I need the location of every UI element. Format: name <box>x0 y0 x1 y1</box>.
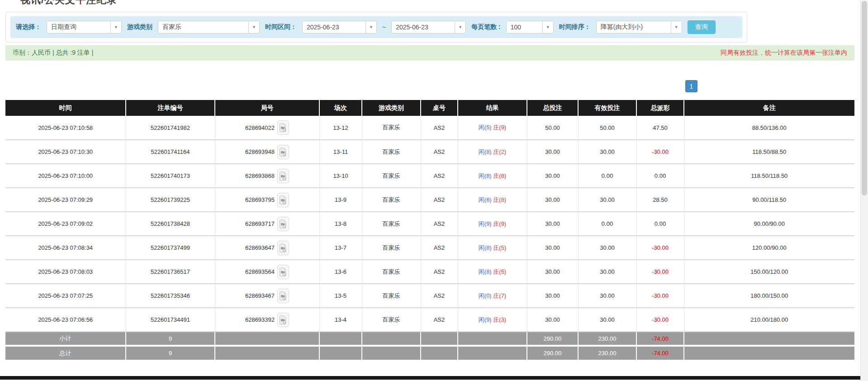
video-replay-icon[interactable] <box>277 217 289 231</box>
date-from-select[interactable]: 2025-06-23 ▼ <box>302 21 377 33</box>
cell-payout: 0.00 <box>636 164 684 188</box>
grand-total-label: 总计 <box>5 346 126 360</box>
cell-time: 2025-06-23 07:10:00 <box>5 164 126 188</box>
cell-note: 90.00/90.00 <box>684 212 854 236</box>
video-replay-icon[interactable] <box>277 120 289 135</box>
chevron-down-icon[interactable]: ▼ <box>542 21 553 33</box>
cell-total-bet-link[interactable]: 30.00 <box>527 164 578 188</box>
query-button[interactable]: 查询 <box>688 20 716 34</box>
cell-payout: -30.00 <box>636 284 684 308</box>
cell-total-bet-link[interactable]: 30.00 <box>527 308 578 332</box>
cell-session: 13-8 <box>319 212 362 236</box>
chevron-down-icon[interactable]: ▼ <box>365 21 376 33</box>
video-replay-icon[interactable] <box>277 241 289 255</box>
cell-bet-id: 522601739225 <box>126 188 215 212</box>
page-size-select[interactable]: 100 ▼ <box>506 21 554 33</box>
video-replay-icon[interactable] <box>277 193 289 207</box>
result-banker: 庄(5) <box>493 244 506 251</box>
game-type-select[interactable]: 百家乐 ▼ <box>158 21 260 33</box>
chevron-down-icon[interactable]: ▼ <box>455 21 465 33</box>
cell-valid-bet: 50.00 <box>578 116 636 140</box>
col-header-game: 游戏类别 <box>362 100 421 116</box>
cell-bet-id: 522601740173 <box>126 164 215 188</box>
cell-bet-id: 522601737499 <box>126 236 215 260</box>
video-replay-icon[interactable] <box>277 289 289 303</box>
cell-game-type: 百家乐 <box>362 236 421 260</box>
query-type-select[interactable]: 日期查询 ▼ <box>47 21 122 33</box>
bet-records-page: 视讯/公关文平注纪录 请选择： 日期查询 ▼ 游戏类别 百家乐 ▼ 时间区间： … <box>0 0 868 381</box>
cell-payout: -30.00 <box>636 236 684 260</box>
cell-round: 628694022 <box>215 116 319 140</box>
result-banker: 庄(9) <box>493 220 506 227</box>
cell-session: 13-4 <box>319 308 362 332</box>
query-type-label: 请选择： <box>16 23 41 31</box>
cell-result: 闲(8) 庄(2) <box>458 140 527 164</box>
col-header-payout: 总派彩 <box>636 100 684 116</box>
cell-total-bet-link[interactable]: 30.00 <box>527 260 578 284</box>
cell-total-bet-link[interactable]: 30.00 <box>527 284 578 308</box>
cell-bet-id: 522601741164 <box>126 140 215 164</box>
cell-bet-id: 522601736517 <box>126 260 215 284</box>
vertical-scrollbar-thumb[interactable] <box>862 1 867 195</box>
subtotal-row: 小计 9 290.00 230.00 -74.00 <box>5 332 854 346</box>
video-replay-icon[interactable] <box>277 145 289 159</box>
cell-table-number: AS2 <box>421 284 458 308</box>
cell-result: 闲(9) 庄(9) <box>458 212 527 236</box>
table-row: 2025-06-23 07:10:00 522601740173 6286938… <box>5 164 854 188</box>
cell-time: 2025-06-23 07:07:25 <box>5 284 126 308</box>
cell-total-bet-link[interactable]: 30.00 <box>527 236 578 260</box>
round-number: 628693647 <box>245 244 275 251</box>
round-number: 628693795 <box>245 196 275 203</box>
cell-result: 闲(8) 庄(8) <box>458 164 527 188</box>
cell-session: 13-10 <box>319 164 362 188</box>
cell-result: 闲(8) 庄(5) <box>458 236 527 260</box>
cell-payout: -30.00 <box>636 140 684 164</box>
cell-bet-id: 522601735346 <box>126 284 215 308</box>
cell-time: 2025-06-23 07:08:34 <box>5 236 126 260</box>
cell-result: 闲(5) 庄(9) <box>458 116 527 140</box>
cell-round: 628693948 <box>215 140 319 164</box>
result-banker: 庄(7) <box>493 292 506 299</box>
time-sort-label: 时间排序： <box>559 23 591 31</box>
result-player: 闲(6) <box>479 196 492 203</box>
pagination-page-1[interactable]: 1 <box>685 80 697 92</box>
col-header-bet-id: 注单编号 <box>126 100 215 116</box>
video-replay-icon[interactable] <box>277 313 289 327</box>
cell-valid-bet: 30.00 <box>578 236 636 260</box>
cell-table-number: AS2 <box>421 188 458 212</box>
grand-total-count: 9 <box>126 346 215 360</box>
time-sort-value: 降冪(由大到小) <box>597 21 671 33</box>
cell-total-bet-link[interactable]: 30.00 <box>527 188 578 212</box>
cell-session: 13-5 <box>319 284 362 308</box>
vertical-scrollbar[interactable] <box>860 0 868 381</box>
cell-total-bet-link[interactable]: 30.00 <box>527 140 578 164</box>
grand-total-payout: -74.00 <box>636 346 684 360</box>
filter-panel: 请选择： 日期查询 ▼ 游戏类别 百家乐 ▼ 时间区间： 2025-06-23 … <box>5 12 747 43</box>
cell-total-bet-link[interactable]: 30.00 <box>527 212 578 236</box>
chevron-down-icon[interactable]: ▼ <box>110 21 121 33</box>
cell-note: 120.00/90.00 <box>684 236 854 260</box>
cell-payout: 28.50 <box>636 188 684 212</box>
cell-table-number: AS2 <box>421 236 458 260</box>
cell-game-type: 百家乐 <box>362 260 421 284</box>
video-replay-icon[interactable] <box>277 169 289 183</box>
time-sort-select[interactable]: 降冪(由大到小) ▼ <box>596 21 682 33</box>
chevron-down-icon[interactable]: ▼ <box>671 21 682 33</box>
cell-game-type: 百家乐 <box>362 284 421 308</box>
cell-valid-bet: 0.00 <box>578 212 636 236</box>
result-banker: 庄(8) <box>493 196 506 203</box>
cell-result: 闲(0) 庄(7) <box>458 284 527 308</box>
cell-round: 628693795 <box>215 188 319 212</box>
subtotal-label: 小计 <box>5 332 126 346</box>
date-to-select[interactable]: 2025-06-23 ▼ <box>391 21 466 33</box>
video-replay-icon[interactable] <box>277 265 289 279</box>
cell-note: 180.00/150.00 <box>684 284 854 308</box>
cell-total-bet-link[interactable]: 50.00 <box>527 116 578 140</box>
chevron-down-icon[interactable]: ▼ <box>248 21 259 33</box>
currency-total-text: 币别：人民币 | 总共 :9 注单 | <box>13 49 93 57</box>
col-header-table: 桌号 <box>421 100 458 116</box>
page-size-value: 100 <box>507 21 542 33</box>
horizontal-scrollbar[interactable] <box>0 376 860 380</box>
cell-session: 13-6 <box>319 260 362 284</box>
filter-bar: 请选择： 日期查询 ▼ 游戏类别 百家乐 ▼ 时间区间： 2025-06-23 … <box>10 16 742 38</box>
